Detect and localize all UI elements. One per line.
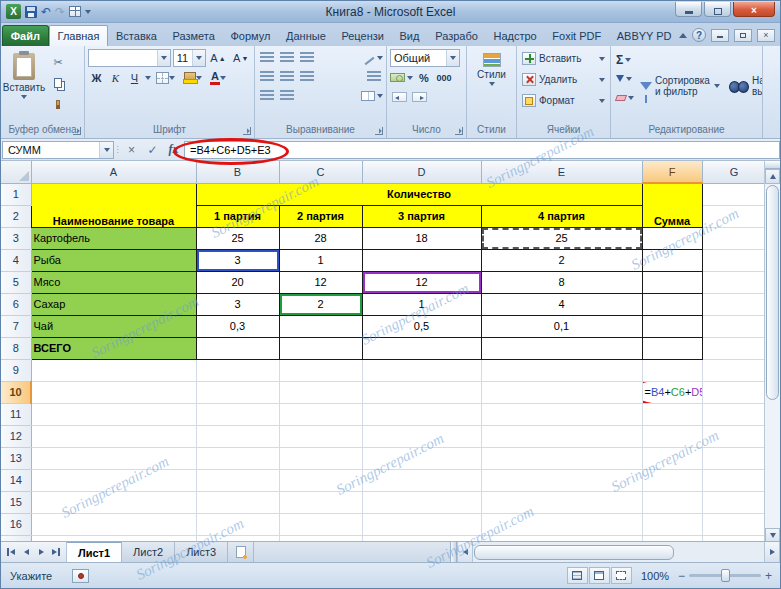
cell[interactable]: 20	[196, 271, 279, 293]
tab-home[interactable]: Главная	[49, 25, 108, 46]
cell[interactable]	[31, 469, 196, 491]
insert-worksheet-button[interactable]	[228, 542, 254, 562]
collapse-ribbon-icon[interactable]	[679, 33, 687, 38]
cell[interactable]	[279, 381, 362, 403]
scrollbar-track[interactable]	[765, 401, 780, 528]
cell-name-header[interactable]: Наименование товара	[31, 183, 196, 227]
tab-foxit-pdf[interactable]: Foxit PDF	[544, 25, 608, 46]
cell[interactable]: 1	[362, 293, 481, 315]
column-header-E[interactable]: E	[481, 161, 642, 183]
tab-formulas[interactable]: Формул	[222, 25, 278, 46]
cell[interactable]	[362, 513, 481, 535]
select-all-corner[interactable]	[1, 161, 31, 183]
tab-insert[interactable]: Вставка	[108, 25, 164, 46]
italic-button[interactable]: К	[107, 69, 124, 86]
cut-button[interactable]: ✂	[47, 53, 69, 71]
paste-button[interactable]: Вставить	[4, 49, 44, 123]
cell[interactable]	[702, 315, 766, 337]
cell[interactable]: 2	[481, 249, 642, 271]
row-header[interactable]: 9	[1, 359, 31, 381]
cell[interactable]	[31, 381, 196, 403]
shrink-font-button[interactable]: А▼	[230, 50, 251, 67]
align-center-button[interactable]	[278, 68, 296, 85]
cell[interactable]	[642, 469, 702, 491]
cell[interactable]	[279, 447, 362, 469]
dialog-launcher-icon[interactable]	[455, 127, 463, 135]
zoom-in-button[interactable]: +	[765, 570, 772, 582]
page-layout-view-button[interactable]	[589, 567, 610, 584]
row-header[interactable]: 16	[1, 513, 31, 535]
decrease-indent-button[interactable]	[258, 87, 276, 104]
row-header[interactable]: 11	[1, 403, 31, 425]
percent-style-button[interactable]: %	[415, 69, 433, 86]
format-painter-button[interactable]	[47, 95, 69, 113]
row-header[interactable]: 8	[1, 337, 31, 359]
cell[interactable]	[642, 337, 702, 359]
cell[interactable]	[642, 315, 702, 337]
align-top-button[interactable]	[258, 49, 276, 66]
cell[interactable]	[362, 337, 481, 359]
split-handle[interactable]	[765, 161, 780, 169]
column-header-D[interactable]: D	[362, 161, 481, 183]
font-color-button[interactable]: А	[207, 69, 229, 86]
cell-party-4[interactable]: 4 партия	[481, 205, 642, 227]
cell-B4-referenced[interactable]: 3	[196, 249, 279, 271]
scroll-right-button[interactable]	[764, 542, 780, 562]
cell[interactable]	[279, 337, 362, 359]
column-header-F[interactable]: F	[642, 161, 702, 183]
scroll-left-button[interactable]	[457, 542, 473, 562]
tab-developer[interactable]: Разрабо	[427, 25, 485, 46]
cell[interactable]	[362, 403, 481, 425]
cell-total-label[interactable]: ВСЕГО	[31, 337, 196, 359]
cell[interactable]	[31, 447, 196, 469]
cancel-entry-button[interactable]: ×	[121, 141, 142, 159]
cell[interactable]	[362, 359, 481, 381]
row-header[interactable]: 1	[1, 183, 31, 205]
sheet-tab-list1[interactable]: Лист1	[67, 542, 122, 562]
cell[interactable]	[702, 447, 766, 469]
wrap-text-button[interactable]	[365, 68, 383, 85]
copy-button[interactable]	[47, 74, 69, 92]
cell[interactable]	[642, 491, 702, 513]
row-header[interactable]: 4	[1, 249, 31, 271]
sheet-tab-list2[interactable]: Лист2	[122, 542, 175, 562]
cell[interactable]	[196, 447, 279, 469]
cell-item-name[interactable]: Рыба	[31, 249, 196, 271]
row-header[interactable]: 12	[1, 425, 31, 447]
cell-C6-referenced[interactable]: 2	[279, 293, 362, 315]
cell[interactable]	[196, 381, 279, 403]
cell-party-1[interactable]: 1 партия	[196, 205, 279, 227]
page-break-view-button[interactable]	[611, 567, 632, 584]
cell[interactable]	[642, 293, 702, 315]
cell[interactable]	[481, 425, 642, 447]
cell[interactable]	[481, 491, 642, 513]
cell[interactable]	[702, 513, 766, 535]
column-header-A[interactable]: A	[31, 161, 196, 183]
cell[interactable]	[702, 293, 766, 315]
tab-split-handle[interactable]	[450, 542, 457, 562]
workbook-close-button[interactable]: ×	[757, 29, 775, 42]
cell[interactable]	[362, 249, 481, 271]
cell[interactable]	[642, 447, 702, 469]
cell[interactable]	[702, 227, 766, 249]
name-box[interactable]: СУММ	[2, 141, 114, 159]
cell-item-name[interactable]: Мясо	[31, 271, 196, 293]
tab-addins[interactable]: Надстро	[485, 25, 544, 46]
cell[interactable]	[196, 403, 279, 425]
cell[interactable]: 8	[481, 271, 642, 293]
cell-quantity-header[interactable]: Количество	[196, 183, 642, 205]
cell[interactable]	[702, 205, 766, 227]
cell[interactable]	[279, 513, 362, 535]
cell[interactable]	[702, 337, 766, 359]
cell[interactable]	[702, 249, 766, 271]
redo-button[interactable]: ↷	[55, 6, 65, 18]
macro-record-button[interactable]	[72, 569, 89, 583]
cell-D5-referenced[interactable]: 12	[362, 271, 481, 293]
cell[interactable]	[196, 425, 279, 447]
cell[interactable]	[279, 425, 362, 447]
restore-button[interactable]	[704, 2, 731, 17]
formula-bar-splitter[interactable]: ⋮	[114, 145, 121, 154]
cell[interactable]	[481, 513, 642, 535]
cell[interactable]	[31, 513, 196, 535]
fill-color-button[interactable]	[180, 69, 205, 86]
